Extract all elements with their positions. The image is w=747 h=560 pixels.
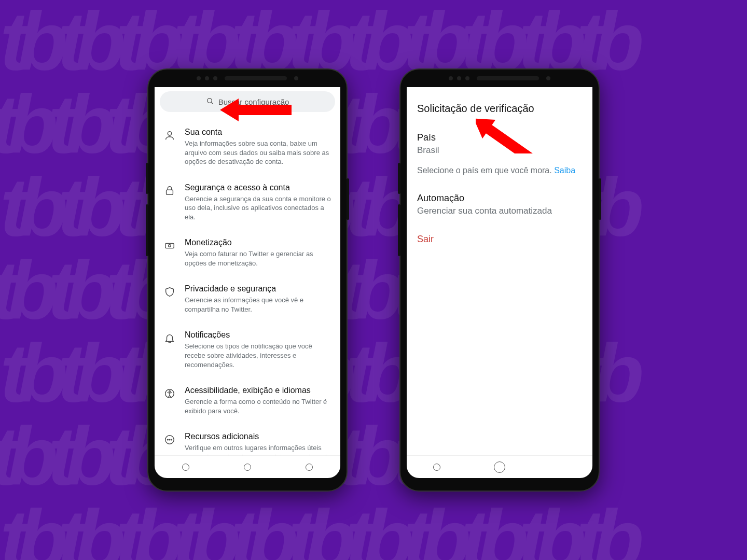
setting-country[interactable]: País Brasil: [417, 132, 582, 156]
side-button: [398, 163, 400, 194]
svg-point-10: [169, 439, 170, 440]
settings-item-account[interactable]: Sua conta Veja informações sobre sua con…: [155, 119, 340, 175]
svg-point-9: [167, 439, 168, 440]
phone-left: Buscar configuração Sua conta Veja infor…: [147, 68, 348, 492]
bell-icon: [164, 330, 175, 369]
automation-desc: Gerenciar sua conta automatizada: [417, 206, 582, 216]
nav-home[interactable]: [494, 461, 505, 473]
nav-recents[interactable]: [433, 464, 440, 471]
search-icon: [206, 97, 214, 107]
page-title: Solicitação de verificação: [417, 103, 582, 115]
search-input[interactable]: Buscar configuração: [160, 91, 335, 112]
item-title: Notificações: [185, 330, 331, 340]
item-title: Sua conta: [185, 128, 331, 137]
item-desc: Gerencie a segurança da sua conta e moni…: [185, 194, 331, 222]
item-desc: Veja informações sobre sua conta, baixe …: [185, 139, 331, 166]
item-title: Segurança e acesso à conta: [185, 183, 331, 192]
screen-settings-list: Buscar configuração Sua conta Veja infor…: [155, 87, 340, 478]
country-hint: Selecione o país em que você mora. Saiba: [417, 166, 582, 175]
settings-item-monetization[interactable]: Monetização Veja como faturar no Twitter…: [155, 230, 340, 276]
nav-back[interactable]: [559, 464, 566, 471]
svg-line-1: [211, 102, 213, 104]
item-title: Recursos adicionais: [185, 432, 331, 441]
item-title: Privacidade e segurança: [185, 284, 331, 293]
svg-point-7: [169, 391, 171, 393]
money-icon: [164, 238, 175, 268]
automation-title: Automação: [417, 193, 582, 204]
setting-automation[interactable]: Automação Gerenciar sua conta automatiza…: [417, 193, 582, 216]
learn-more-link[interactable]: Saiba: [554, 166, 575, 175]
phone-right: Solicitação de verificação País Brasil S…: [399, 68, 600, 492]
nav-home[interactable]: [244, 464, 251, 471]
item-desc: Gerencie a forma como o conteúdo no Twit…: [185, 397, 331, 415]
settings-item-notifications[interactable]: Notificações Selecione os tipos de notif…: [155, 322, 340, 377]
side-button: [146, 163, 148, 194]
item-title: Acessibilidade, exibição e idiomas: [185, 386, 331, 395]
side-button: [398, 204, 400, 256]
item-desc: Verifique em outros lugares informações …: [185, 443, 331, 455]
screen-verification-request: Solicitação de verificação País Brasil S…: [407, 87, 592, 478]
phone-notch: [148, 69, 347, 87]
person-icon: [164, 128, 175, 166]
more-icon: [164, 432, 175, 455]
settings-item-security[interactable]: Segurança e acesso à conta Gerencie a se…: [155, 175, 340, 230]
search-placeholder: Buscar configuração: [218, 97, 289, 106]
item-desc: Selecione os tipos de notificação que vo…: [185, 342, 331, 369]
settings-list: Sua conta Veja informações sobre sua con…: [155, 115, 340, 455]
svg-rect-3: [167, 190, 173, 194]
svg-point-5: [169, 245, 171, 247]
shield-icon: [164, 284, 175, 314]
accessibility-icon: [164, 386, 175, 415]
logout-button[interactable]: Sair: [417, 234, 582, 245]
svg-point-8: [165, 436, 174, 444]
svg-point-0: [207, 98, 212, 103]
item-desc: Veja como faturar no Twitter e gerenciar…: [185, 249, 331, 268]
svg-rect-4: [165, 244, 174, 248]
item-title: Monetização: [185, 238, 331, 247]
country-label: País: [417, 132, 582, 143]
android-nav-bar: [155, 455, 340, 478]
side-button: [599, 178, 601, 220]
svg-point-11: [171, 439, 172, 440]
lock-icon: [164, 183, 175, 222]
android-nav-bar: [407, 455, 592, 478]
settings-item-accessibility[interactable]: Acessibilidade, exibição e idiomas Geren…: [155, 377, 340, 424]
side-button: [146, 204, 148, 256]
settings-item-privacy[interactable]: Privacidade e segurança Gerencie as info…: [155, 276, 340, 322]
side-button: [347, 178, 349, 220]
svg-point-2: [168, 132, 171, 135]
nav-back[interactable]: [306, 464, 313, 471]
item-desc: Gerencie as informações que você vê e co…: [185, 296, 331, 314]
nav-recents[interactable]: [182, 464, 189, 471]
phone-notch: [400, 69, 599, 87]
country-value: Brasil: [417, 145, 582, 156]
settings-item-resources[interactable]: Recursos adicionais Verifique em outros …: [155, 424, 340, 455]
